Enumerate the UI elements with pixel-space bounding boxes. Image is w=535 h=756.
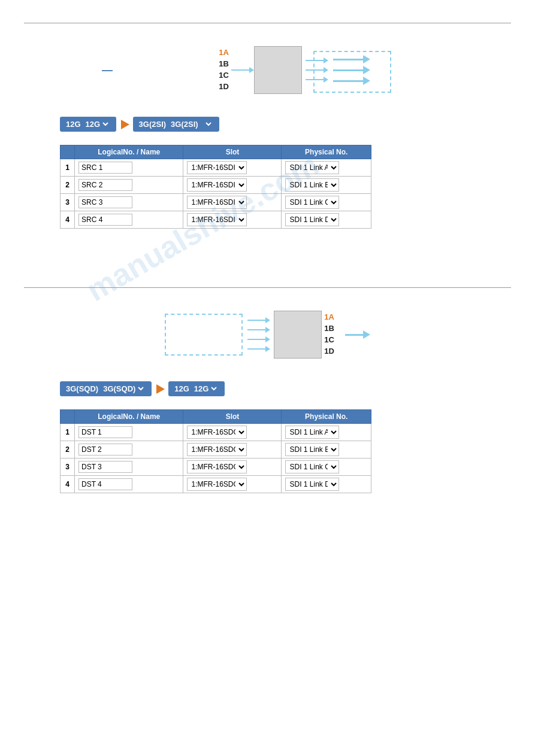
dst-label-1c: 1C bbox=[324, 335, 334, 346]
slot-select[interactable]: 1:MFR-16SDOGB2:MFR-16SDOGB bbox=[187, 426, 247, 439]
section-spacer-2 bbox=[24, 260, 511, 277]
logical-name-cell[interactable] bbox=[75, 441, 183, 459]
src-input-format-btn[interactable]: 12G 12G 3G HD bbox=[60, 117, 116, 132]
dst-input-format-select[interactable]: 3G(SQD) 3G(2SI) 12G HD bbox=[101, 384, 146, 394]
logical-name-cell[interactable] bbox=[75, 177, 183, 194]
dst-input-format-label: 3G(SQD) bbox=[66, 384, 98, 393]
section2-col-physical: Physical No. bbox=[282, 410, 371, 424]
page-container: manualshive.com — 1A 1B 1C 1D bbox=[0, 0, 535, 520]
src-output-format-select[interactable]: 3G(2SI) 3G(SQD) 12G HD bbox=[168, 119, 213, 129]
row-number: 4 bbox=[61, 211, 75, 229]
dst-single-shaft bbox=[345, 334, 363, 336]
logical-name-input[interactable] bbox=[78, 426, 132, 438]
dst-label-1a: 1A bbox=[324, 312, 334, 323]
dst-arrow-in-4 bbox=[247, 346, 270, 352]
slot-cell[interactable]: 1:MFR-16SDIGB2:MFR-16SDIGB bbox=[183, 177, 282, 194]
physical-cell[interactable]: SDI 1 Link ASDI 1 Link BSDI 1 Link CSDI … bbox=[282, 177, 371, 194]
section2-col-logical: LogicalNo. / Name bbox=[75, 410, 183, 424]
dst-shaft-in-2 bbox=[247, 329, 265, 330]
dst-arrow-in-2 bbox=[247, 327, 270, 333]
logical-name-input[interactable] bbox=[78, 444, 132, 456]
logical-name-cell[interactable] bbox=[75, 476, 183, 493]
physical-cell[interactable]: SDI 1 Link ASDI 1 Link BSDI 1 Link CSDI … bbox=[282, 459, 371, 476]
dst-input-format-btn[interactable]: 3G(SQD) 3G(SQD) 3G(2SI) 12G HD bbox=[60, 381, 152, 396]
section2-col-num bbox=[61, 410, 75, 424]
slot-cell[interactable]: 1:MFR-16SDIGB2:MFR-16SDIGB bbox=[183, 159, 282, 177]
slot-select[interactable]: 1:MFR-16SDIGB2:MFR-16SDIGB bbox=[187, 196, 247, 209]
table-row: 21:MFR-16SDOGB2:MFR-16SDOGBSDI 1 Link AS… bbox=[61, 441, 371, 459]
logical-name-input[interactable] bbox=[78, 478, 132, 490]
physical-cell[interactable]: SDI 1 Link ASDI 1 Link BSDI 1 Link CSDI … bbox=[282, 424, 371, 441]
src-output-format-label: 3G(2SI) bbox=[139, 120, 167, 129]
section1-col-logical: LogicalNo. / Name bbox=[75, 145, 183, 159]
physical-select[interactable]: SDI 1 Link ASDI 1 Link BSDI 1 Link CSDI … bbox=[285, 426, 339, 439]
physical-select[interactable]: SDI 1 Link ASDI 1 Link BSDI 1 Link CSDI … bbox=[285, 443, 339, 456]
arrow-in bbox=[231, 67, 254, 73]
dst-label-1d: 1D bbox=[324, 346, 334, 357]
physical-cell[interactable]: SDI 1 Link ASDI 1 Link BSDI 1 Link CSDI … bbox=[282, 211, 371, 229]
src-link-labels: 1A 1B 1C 1D bbox=[219, 47, 229, 92]
dst-single-head bbox=[363, 330, 370, 339]
logical-name-input[interactable] bbox=[78, 196, 132, 208]
dst-head-in-1 bbox=[265, 317, 270, 323]
format-arrow-between bbox=[121, 120, 129, 129]
section1-col-physical: Physical No. bbox=[282, 145, 371, 159]
slot-cell[interactable]: 1:MFR-16SDOGB2:MFR-16SDOGB bbox=[183, 476, 282, 493]
slot-cell[interactable]: 1:MFR-16SDIGB2:MFR-16SDIGB bbox=[183, 211, 282, 229]
slot-select[interactable]: 1:MFR-16SDOGB2:MFR-16SDOGB bbox=[187, 478, 247, 491]
logical-name-cell[interactable] bbox=[75, 194, 183, 211]
dst-link-labels: 1A 1B 1C 1D bbox=[324, 312, 334, 357]
slot-cell[interactable]: 1:MFR-16SDOGB2:MFR-16SDOGB bbox=[183, 459, 282, 476]
physical-select[interactable]: SDI 1 Link ASDI 1 Link BSDI 1 Link CSDI … bbox=[285, 460, 339, 473]
physical-select[interactable]: SDI 1 Link ASDI 1 Link BSDI 1 Link CSDI … bbox=[285, 178, 339, 192]
table-row: 31:MFR-16SDIGB2:MFR-16SDIGBSDI 1 Link AS… bbox=[61, 194, 371, 211]
section2-diagram: 1A 1B 1C 1D bbox=[24, 299, 511, 371]
src-label-1b: 1B bbox=[219, 59, 229, 70]
physical-cell[interactable]: SDI 1 Link ASDI 1 Link BSDI 1 Link CSDI … bbox=[282, 441, 371, 459]
logical-name-cell[interactable] bbox=[75, 159, 183, 177]
dst-shaft-in-3 bbox=[247, 339, 265, 340]
arrow-shaft-in bbox=[231, 69, 249, 71]
dst-dashed-box bbox=[165, 314, 243, 356]
slot-select[interactable]: 1:MFR-16SDOGB2:MFR-16SDOGB bbox=[187, 443, 247, 456]
slot-cell[interactable]: 1:MFR-16SDOGB2:MFR-16SDOGB bbox=[183, 424, 282, 441]
section1-col-num bbox=[61, 145, 75, 159]
slot-select[interactable]: 1:MFR-16SDOGB2:MFR-16SDOGB bbox=[187, 460, 247, 473]
middle-rule bbox=[24, 287, 511, 288]
src-input-format-select[interactable]: 12G 3G HD bbox=[83, 119, 110, 129]
dst-output-format-label: 12G bbox=[174, 384, 189, 393]
logical-name-input[interactable] bbox=[78, 461, 132, 473]
dst-arrows-in bbox=[247, 315, 270, 354]
physical-select[interactable]: SDI 1 Link ASDI 1 Link BSDI 1 Link CSDI … bbox=[285, 478, 339, 491]
row-number: 4 bbox=[61, 476, 75, 493]
src-output-format-btn[interactable]: 3G(2SI) 3G(2SI) 3G(SQD) 12G HD bbox=[133, 117, 220, 132]
logical-name-input[interactable] bbox=[78, 162, 132, 174]
slot-select[interactable]: 1:MFR-16SDIGB2:MFR-16SDIGB bbox=[187, 213, 247, 226]
physical-cell[interactable]: SDI 1 Link ASDI 1 Link BSDI 1 Link CSDI … bbox=[282, 159, 371, 177]
physical-select[interactable]: SDI 1 Link ASDI 1 Link BSDI 1 Link CSDI … bbox=[285, 213, 339, 226]
logical-name-cell[interactable] bbox=[75, 211, 183, 229]
slot-cell[interactable]: 1:MFR-16SDOGB2:MFR-16SDOGB bbox=[183, 441, 282, 459]
physical-cell[interactable]: SDI 1 Link ASDI 1 Link BSDI 1 Link CSDI … bbox=[282, 194, 371, 211]
slot-select[interactable]: 1:MFR-16SDIGB2:MFR-16SDIGB bbox=[187, 161, 247, 174]
dst-shaft-in-1 bbox=[247, 320, 265, 321]
physical-select[interactable]: SDI 1 Link ASDI 1 Link BSDI 1 Link CSDI … bbox=[285, 196, 339, 209]
logical-name-input[interactable] bbox=[78, 179, 132, 191]
logical-name-input[interactable] bbox=[78, 214, 132, 226]
row-number: 3 bbox=[61, 459, 75, 476]
logical-name-cell[interactable] bbox=[75, 459, 183, 476]
dst-output-format-select[interactable]: 12G 3G HD bbox=[192, 384, 219, 394]
dst-output-format-btn[interactable]: 12G 12G 3G HD bbox=[168, 381, 225, 396]
physical-cell[interactable]: SDI 1 Link ASDI 1 Link BSDI 1 Link CSDI … bbox=[282, 476, 371, 493]
physical-select[interactable]: SDI 1 Link ASDI 1 Link BSDI 1 Link CSDI … bbox=[285, 161, 339, 174]
table-row: 11:MFR-16SDOGB2:MFR-16SDOGBSDI 1 Link AS… bbox=[61, 424, 371, 441]
row-number: 2 bbox=[61, 441, 75, 459]
logical-name-cell[interactable] bbox=[75, 424, 183, 441]
dst-single-arrow bbox=[345, 330, 370, 339]
slot-select[interactable]: 1:MFR-16SDIGB2:MFR-16SDIGB bbox=[187, 178, 247, 192]
section1-table: LogicalNo. / Name Slot Physical No. 11:M… bbox=[60, 145, 371, 229]
row-number: 2 bbox=[61, 177, 75, 194]
section2-col-slot: Slot bbox=[183, 410, 282, 424]
slot-cell[interactable]: 1:MFR-16SDIGB2:MFR-16SDIGB bbox=[183, 194, 282, 211]
section1-format-selector: 12G 12G 3G HD 3G(2SI) 3G(2SI) 3G(SQD) 12… bbox=[60, 117, 511, 132]
